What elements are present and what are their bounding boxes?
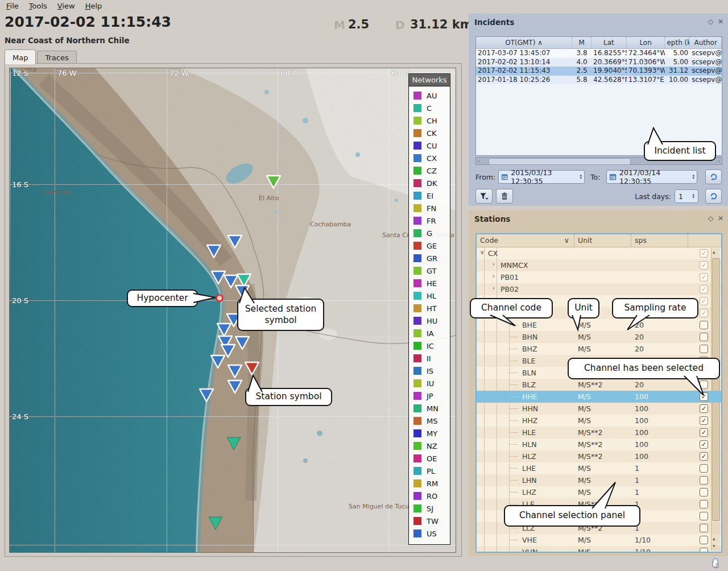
channel-checkbox[interactable] [700,380,708,389]
channel-checkbox[interactable] [700,261,708,270]
channel-checkbox[interactable] [700,321,708,329]
expander-icon[interactable]: ∨ [480,249,484,255]
channel-checkbox[interactable] [700,500,708,508]
channel-checkbox[interactable] [700,524,708,532]
close-icon[interactable]: ✕ [718,18,723,26]
column-code[interactable]: Code ∨ [477,234,574,247]
map[interactable]: 12 S16 S20 S24 S76 W72 W68 W64 W LimaAre… [9,68,456,553]
station-marker[interactable] [211,355,225,368]
column-epth-km[interactable]: epth (km [665,37,690,48]
channel-checkbox[interactable] [700,536,708,544]
scroll-right-icon[interactable]: › [718,158,720,164]
channel-checkbox[interactable] [700,309,708,317]
clear-button[interactable] [496,189,513,204]
channel-tree-header[interactable]: Code ∨ Unit sps [477,234,721,247]
float-icon[interactable]: ◇ [708,214,713,222]
incident-row[interactable]: 2017-02-02 11:15:432.519.9040°S70.1393°W… [476,67,722,76]
channel-row[interactable]: HHZM/S100 [477,415,721,427]
channel-row[interactable]: HLEM/S**2100 [477,427,721,438]
station-marker[interactable] [207,245,221,258]
channel-row[interactable]: BHZM/S20 [477,343,721,355]
channel-checkbox[interactable] [700,416,708,425]
channel-checkbox[interactable] [700,428,708,437]
spinner-icon[interactable]: ▴▾ [692,193,694,199]
channel-checkbox[interactable] [700,297,708,305]
expander-icon[interactable]: › [493,273,495,279]
channel-row[interactable]: HHEM/S100 [477,391,721,403]
column-ot-gmt-[interactable]: OT(GMT) ∧ [476,37,572,48]
channel-row[interactable]: VHEM/S1/10 [477,534,721,546]
channel-checkbox[interactable] [700,333,708,341]
station-row[interactable]: ›PB01 [477,271,721,283]
incident-row[interactable]: 2017-03-07 13:45:073.816.8255°S72.3464°W… [476,49,722,58]
channel-row[interactable]: BHNM/S20 [477,331,721,343]
expander-icon[interactable]: › [493,285,495,291]
station-row[interactable]: ›PB02 [477,283,721,295]
channel-checkbox[interactable] [700,452,708,461]
scroll-left-icon[interactable]: ‹ [478,158,480,164]
from-date-input[interactable]: 2015/03/13 12:30:35 ▴▾ [498,170,585,184]
scrollbar-thumb[interactable] [489,158,631,165]
channel-checkbox[interactable] [700,285,708,293]
station-marker[interactable] [228,235,242,248]
channel-row[interactable]: HLNM/S**2100 [477,438,721,450]
channel-row[interactable]: LHNM/S1 [477,474,721,486]
menu-view[interactable]: View [52,0,80,12]
channel-checkbox[interactable] [700,345,708,353]
network-row[interactable]: ∨CX [477,247,721,259]
station-marker[interactable] [235,286,249,298]
menu-tools[interactable]: Tools [24,0,52,12]
close-icon[interactable]: ✕ [718,214,723,222]
station-marker[interactable] [235,337,249,349]
channel-row[interactable]: LHEM/S1 [477,462,721,474]
spinner-icon[interactable]: ▴▾ [580,174,582,180]
filter-button[interactable] [475,189,493,204]
channel-checkbox[interactable] [700,476,708,485]
channel-checkbox[interactable] [700,488,708,496]
spinner-icon[interactable]: ▴▾ [692,174,694,180]
station-marker[interactable] [237,274,251,287]
station-marker[interactable] [212,271,225,284]
tab-map[interactable]: Map [5,49,36,64]
station-marker[interactable] [209,517,222,529]
float-icon[interactable]: ◇ [708,18,713,26]
last-days-input[interactable]: 1 ▴▾ [675,189,698,203]
channel-row[interactable]: HLZM/S**2100 [477,450,721,462]
column-lon[interactable]: Lon [627,37,665,48]
hypocenter-marker[interactable] [217,295,223,301]
channel-checkbox[interactable] [700,464,708,473]
channel-checkbox[interactable] [700,404,708,413]
column-sps[interactable]: sps [631,234,688,247]
station-marker[interactable] [245,362,259,375]
station-marker[interactable] [217,324,231,336]
channel-checkbox[interactable] [700,512,708,520]
station-row[interactable]: ›MNMCX [477,259,721,271]
to-date-input[interactable]: 2017/03/14 12:30:35 ▴▾ [606,170,697,184]
column-lat[interactable]: Lat [592,37,627,48]
column-m[interactable]: M [572,37,592,48]
channel-row[interactable]: VHNM/S1/10 [477,546,721,553]
incident-row[interactable]: 2017-02-02 13:10:144.020.3669°S71.0306°W… [476,58,722,67]
station-marker[interactable] [200,389,213,402]
station-marker[interactable] [227,437,241,450]
channel-checkbox[interactable] [700,440,708,449]
refresh-button[interactable] [705,169,722,184]
menu-file[interactable]: File [1,0,24,12]
channel-checkbox[interactable] [700,548,708,553]
channel-checkbox[interactable] [700,249,708,258]
channel-row[interactable]: LHZM/S1 [477,486,721,498]
channel-row[interactable]: BHEM/S20 [477,319,721,331]
tab-traces[interactable]: Traces [37,51,76,64]
column-author[interactable]: Author [690,37,722,48]
expander-icon[interactable]: › [493,261,495,267]
station-marker[interactable] [228,365,242,378]
channel-checkbox[interactable] [700,273,708,282]
station-marker[interactable] [267,176,280,188]
column-unit[interactable]: Unit [574,234,631,247]
refresh-button[interactable] [705,189,722,204]
incident-table[interactable]: OT(GMT) ∧MLatLonepth (kmAuthor 2017-03-0… [475,36,722,156]
station-marker[interactable] [228,380,242,393]
channel-checkbox[interactable] [700,392,708,401]
channel-row[interactable]: BLZM/S**220 [477,379,721,391]
menu-help[interactable]: Help [80,0,107,12]
